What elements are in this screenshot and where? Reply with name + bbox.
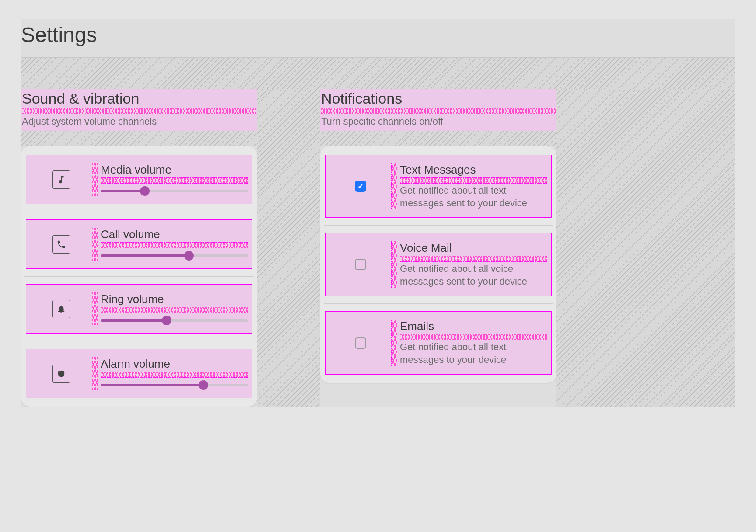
notifications-section-subtitle: Turn specific channels on/off — [321, 116, 556, 127]
bell-icon — [52, 300, 70, 318]
checkbox-cell — [330, 163, 391, 209]
layout-spacer — [21, 58, 735, 89]
row-content: Emails Get notified about all text messa… — [397, 320, 547, 366]
alarm-volume-slider[interactable] — [101, 380, 248, 390]
notif-row-voice-mail: Voice Mail Get notified about all voice … — [326, 233, 551, 296]
sound-section-header: Sound & vibration Adjust system volume c… — [21, 89, 257, 131]
layout-spacer — [320, 131, 556, 146]
divider — [324, 303, 553, 304]
checkbox-cell — [330, 241, 391, 288]
squiggle-decoration — [321, 108, 556, 114]
media-volume-slider[interactable] — [101, 186, 248, 196]
notif-desc: Get notified about all text messages sen… — [400, 184, 547, 209]
volume-label: Alarm volume — [101, 357, 248, 371]
notif-label: Text Messages — [400, 163, 547, 177]
squiggle-decoration — [400, 177, 547, 184]
voice-mail-checkbox[interactable] — [355, 259, 366, 270]
volume-label: Call volume — [101, 228, 248, 241]
notifications-card: Text Messages Get notified about all tex… — [320, 146, 556, 383]
squiggle-decoration — [92, 357, 98, 390]
emails-checkbox[interactable] — [355, 337, 366, 349]
squiggle-decoration — [400, 256, 547, 262]
music-note-icon — [52, 170, 70, 189]
icon-cell — [31, 292, 92, 325]
notif-desc: Get notified about all text messages to … — [400, 341, 547, 366]
settings-page: Settings Sound & vibration Adjust system… — [21, 19, 735, 407]
volume-label: Ring volume — [101, 292, 248, 306]
layout-tail — [556, 89, 735, 407]
icon-cell — [31, 357, 92, 390]
divider — [24, 341, 254, 341]
squiggle-decoration — [391, 320, 397, 366]
sound-card: Media volume — [21, 146, 257, 407]
page-title: Settings — [21, 23, 735, 47]
layout-gutter — [257, 89, 320, 407]
text-messages-checkbox[interactable] — [355, 181, 366, 192]
checkbox-cell — [330, 320, 391, 366]
volume-row-alarm: Alarm volume — [26, 349, 252, 398]
row-content: Media volume — [98, 163, 248, 196]
notif-row-emails: Emails Get notified about all text messa… — [326, 312, 551, 374]
volume-row-media: Media volume — [26, 155, 252, 204]
ring-volume-slider[interactable] — [101, 316, 248, 325]
volume-row-call: Call volume — [26, 220, 252, 268]
row-content: Call volume — [98, 228, 248, 261]
alarm-clock-icon — [52, 365, 70, 383]
notifications-column: Notifications Turn specific channels on/… — [320, 89, 556, 383]
phone-icon — [52, 235, 70, 254]
row-content: Voice Mail Get notified about all voice … — [397, 241, 547, 288]
squiggle-decoration — [92, 228, 98, 261]
volume-row-ring: Ring volume — [26, 285, 252, 333]
row-content: Text Messages Get notified about all tex… — [397, 163, 547, 209]
divider — [24, 276, 254, 277]
icon-cell — [31, 163, 92, 196]
notif-row-text-messages: Text Messages Get notified about all tex… — [326, 155, 551, 217]
layout-spacer — [21, 131, 257, 146]
squiggle-decoration — [92, 163, 98, 196]
squiggle-decoration — [101, 177, 248, 184]
squiggle-decoration — [101, 242, 248, 248]
row-content: Ring volume — [98, 292, 248, 325]
call-volume-slider[interactable] — [101, 251, 248, 261]
row-content: Alarm volume — [98, 357, 248, 390]
notif-label: Voice Mail — [400, 241, 547, 255]
notif-desc: Get notified about all voice messages se… — [400, 263, 547, 288]
notifications-section-title: Notifications — [321, 90, 556, 107]
notifications-section-header: Notifications Turn specific channels on/… — [320, 89, 556, 131]
columns: Sound & vibration Adjust system volume c… — [21, 89, 735, 407]
squiggle-decoration — [400, 334, 547, 340]
squiggle-decoration — [101, 372, 248, 378]
squiggle-decoration — [92, 292, 98, 325]
squiggle-decoration — [22, 108, 256, 114]
squiggle-decoration — [101, 307, 248, 313]
title-bar: Settings — [21, 19, 735, 58]
sound-section-title: Sound & vibration — [22, 90, 256, 107]
icon-cell — [31, 228, 92, 261]
divider — [324, 225, 553, 226]
sound-section-subtitle: Adjust system volume channels — [22, 116, 256, 127]
volume-label: Media volume — [101, 163, 248, 177]
sound-column: Sound & vibration Adjust system volume c… — [21, 89, 257, 407]
notif-label: Emails — [400, 320, 547, 333]
squiggle-decoration — [391, 163, 397, 209]
divider — [24, 212, 254, 212]
squiggle-decoration — [391, 241, 397, 288]
